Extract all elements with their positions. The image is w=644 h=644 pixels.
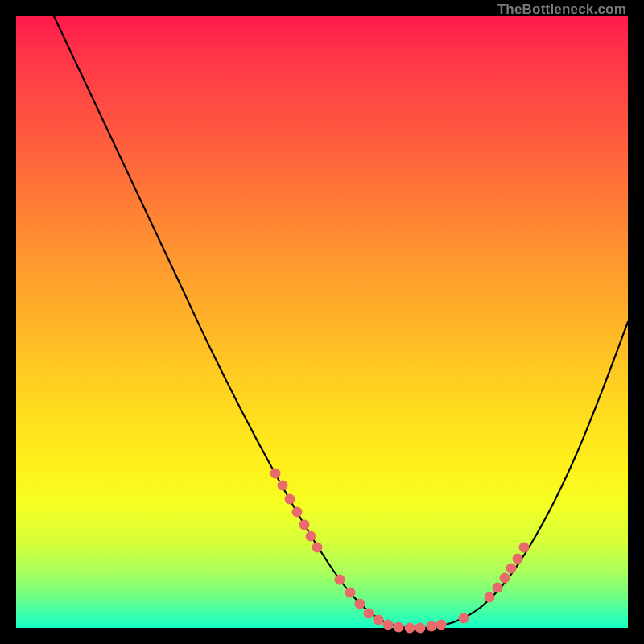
highlight-dot (513, 554, 523, 564)
highlight-dot (299, 520, 310, 530)
highlight-dot (485, 592, 495, 603)
highlight-dot (436, 620, 447, 630)
highlight-dot (345, 588, 356, 598)
highlight-dot (405, 623, 415, 634)
highlight-dot (292, 507, 303, 518)
highlight-dot (364, 609, 374, 619)
highlight-dot (383, 620, 394, 630)
plot-area (16, 16, 628, 628)
highlight-dot (519, 543, 530, 553)
highlight-dot (506, 564, 517, 574)
highlight-dot (374, 615, 384, 625)
outer-frame: TheBottleneck.com (0, 0, 644, 644)
highlight-dots (270, 469, 530, 634)
highlight-dot (355, 599, 365, 609)
highlight-dot (285, 494, 295, 505)
highlight-dot (493, 583, 503, 593)
highlight-dot (306, 531, 316, 542)
highlight-dot (312, 543, 323, 553)
highlight-dot (278, 481, 288, 491)
attribution-text: TheBottleneck.com (497, 2, 626, 18)
chart-svg (16, 16, 628, 628)
highlight-dot (500, 573, 510, 584)
highlight-dot (335, 575, 345, 585)
highlight-dot (394, 622, 404, 633)
highlight-dot (427, 621, 437, 632)
highlight-dot (415, 623, 426, 634)
highlight-dot (270, 469, 281, 479)
highlight-dot (459, 613, 469, 624)
bottleneck-curve (54, 16, 628, 628)
